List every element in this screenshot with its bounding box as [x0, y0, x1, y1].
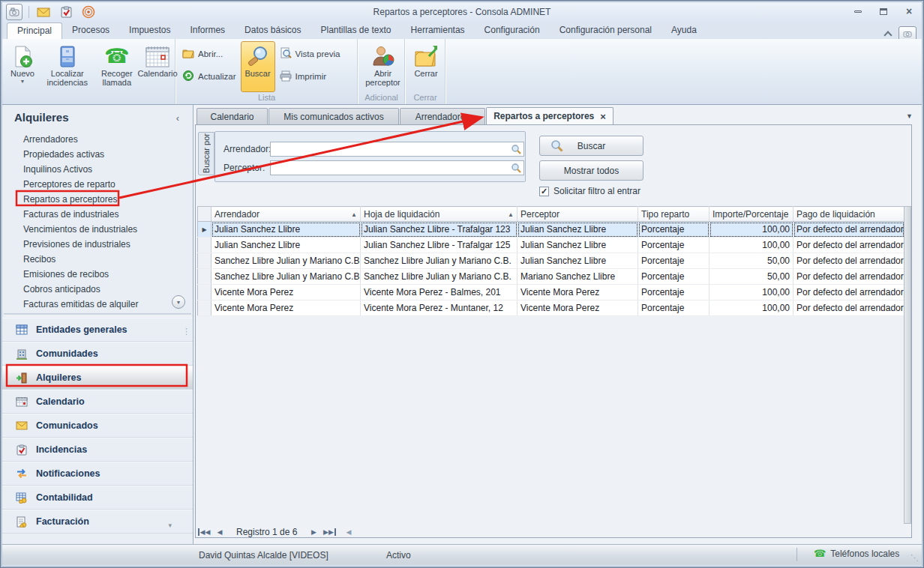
- ribbon-tab-herramientas[interactable]: Herramientas: [401, 22, 475, 39]
- search-icon[interactable]: [511, 144, 522, 158]
- grid-cell[interactable]: Julian Sanchez Llibre: [518, 253, 638, 269]
- ribbon-tab-principal[interactable]: Principal: [7, 22, 62, 39]
- sidebar-item-emisiones-de-recibos[interactable]: Emisiones de recibos: [2, 267, 193, 282]
- ribbon-tab-informes[interactable]: Informes: [180, 22, 235, 39]
- buscar-button[interactable]: Buscar: [241, 41, 275, 92]
- row-indicator[interactable]: ▶: [198, 222, 212, 238]
- row-indicator[interactable]: [198, 238, 212, 253]
- show-all-button[interactable]: Mostrar todos: [539, 160, 644, 181]
- checkbox-checked-icon[interactable]: ✓: [539, 187, 549, 196]
- abrir-perceptor-button[interactable]: Abrir perceptor: [362, 41, 404, 92]
- grid-cell[interactable]: Porcentaje: [638, 285, 710, 300]
- grid-cell[interactable]: Julian Sanchez Llibre: [212, 222, 361, 238]
- minimize-icon[interactable]: [851, 6, 865, 16]
- grid-cell[interactable]: Por defecto del arrendador: [794, 285, 904, 300]
- collapse-sidebar-icon[interactable]: ‹: [176, 112, 179, 124]
- grid-cell[interactable]: Mariano Sanchez Llibre: [518, 269, 638, 285]
- document-tab-repartos-a-perceptores[interactable]: Repartos a perceptores×: [486, 107, 614, 124]
- sidebar-item-facturas-emitidas-de-alquiler[interactable]: Facturas emitidas de alquiler: [2, 297, 193, 312]
- grid-cell[interactable]: Porcentaje: [638, 253, 710, 269]
- document-tab-mis-comunicados-activos[interactable]: Mis comunicados activos: [268, 108, 399, 124]
- grid-cell[interactable]: Porcentaje: [638, 269, 710, 285]
- grid-cell[interactable]: Por defecto del arrendador: [794, 253, 904, 269]
- ribbon-tab-procesos[interactable]: Procesos: [62, 22, 119, 39]
- tab-close-icon[interactable]: ×: [600, 111, 606, 122]
- grid-cell[interactable]: 50,00: [710, 253, 794, 269]
- abrir-button[interactable]: Abrir...: [182, 46, 236, 61]
- sidebar-item-cobros-anticipados[interactable]: Cobros anticipados: [2, 282, 193, 297]
- recoger-llamada-button[interactable]: ☎ Recoger llamada: [95, 41, 139, 92]
- grid-cell[interactable]: Vicente Mora Perez: [212, 300, 361, 316]
- row-indicator[interactable]: [198, 269, 212, 285]
- perceptor-input[interactable]: [270, 160, 524, 175]
- scroll-left-icon[interactable]: ◀: [346, 528, 351, 536]
- grid-cell[interactable]: Julian Sanchez Llibre: [518, 238, 638, 253]
- document-tab-calendario[interactable]: Calendario: [196, 108, 268, 124]
- sidebar-item-repartos-a-perceptores[interactable]: Repartos a perceptores: [2, 192, 193, 207]
- grid-cell[interactable]: 100,00: [710, 238, 794, 253]
- grid-cell[interactable]: Por defecto del arrendador: [794, 300, 904, 316]
- grid-cell[interactable]: Vicente Mora Perez - Balmes, 201: [361, 285, 518, 300]
- sidebar-splitter[interactable]: [4, 313, 191, 316]
- ribbon-tab-configuracion[interactable]: Configuración: [475, 22, 550, 39]
- grid-cell[interactable]: Vicente Mora Perez: [212, 285, 361, 300]
- sidebar-section-incidencias[interactable]: Incidencias: [2, 438, 193, 462]
- column-header-pago-de-liquidacion[interactable]: Pago de liquidación: [794, 207, 904, 222]
- sidebar-item-inquilinos-activos[interactable]: Inquilinos Activos: [2, 162, 193, 177]
- grid-cell[interactable]: Sanchez Llibre Julian y Mariano C.B.: [361, 253, 518, 269]
- table-row[interactable]: ▶Julian Sanchez LlibreJulian Sanchez Lli…: [198, 222, 904, 238]
- last-record-icon[interactable]: ▶▶: [322, 525, 336, 538]
- ribbon-tab-impuestos[interactable]: Impuestos: [119, 22, 180, 39]
- sidebar-section-comunidades[interactable]: Comunidades: [2, 342, 193, 366]
- imprimir-button[interactable]: Imprimir: [280, 69, 340, 84]
- ribbon-tab-configuracion-personal[interactable]: Configuración personal: [550, 22, 662, 39]
- document-tab-arrendadores[interactable]: Arrendadores: [400, 108, 485, 124]
- sidebar-item-arrendadores[interactable]: Arrendadores: [2, 132, 193, 147]
- calendario-button[interactable]: Calendario: [140, 41, 175, 92]
- sidebar-item-recibos[interactable]: Recibos: [2, 252, 193, 267]
- table-row[interactable]: Julian Sanchez LlibreJulian Sanchez Llib…: [198, 238, 904, 253]
- sidebar-section-facturacion[interactable]: Facturación: [2, 510, 193, 534]
- column-header-tipo-reparto[interactable]: Tipo reparto: [638, 207, 710, 222]
- sidebar-section-entidades-generales[interactable]: Entidades generales: [2, 318, 193, 342]
- column-header-hoja-de-liquidacion[interactable]: Hoja de liquidación▲: [361, 207, 518, 222]
- column-header-arrendador[interactable]: Arrendador▲: [212, 207, 361, 222]
- grid-cell[interactable]: Vicente Mora Perez: [518, 285, 638, 300]
- nuevo-button[interactable]: Nuevo ▼: [5, 41, 40, 92]
- ribbon-tab-ayuda[interactable]: Ayuda: [662, 22, 706, 39]
- table-row[interactable]: Sanchez Llibre Julian y Mariano C.B.Sanc…: [198, 253, 904, 269]
- close-icon[interactable]: ×: [902, 6, 916, 16]
- row-indicator[interactable]: [198, 300, 212, 316]
- sidebar-item-propiedades-activas[interactable]: Propiedades activas: [2, 147, 193, 162]
- grid-cell[interactable]: Sanchez Llibre Julian y Mariano C.B.: [212, 269, 361, 285]
- previous-record-icon[interactable]: ◀: [213, 525, 226, 538]
- sidebar-section-notificaciones[interactable]: Notificaciones: [2, 462, 193, 486]
- search-button[interactable]: Buscar: [539, 136, 644, 156]
- grid-cell[interactable]: Porcentaje: [638, 222, 710, 238]
- vista-previa-button[interactable]: Vista previa: [280, 46, 340, 61]
- localizar-incidencias-button[interactable]: Localizar incidencias: [41, 41, 94, 92]
- chevron-down-icon[interactable]: ▾: [168, 522, 172, 529]
- sidebar-section-comunicados[interactable]: Comunicados: [2, 414, 193, 438]
- grid-cell[interactable]: Por defecto del arrendador: [794, 238, 904, 253]
- grid-cell[interactable]: 100,00: [710, 222, 794, 238]
- sidebar-item-perceptores-de-reparto[interactable]: Perceptores de reparto: [2, 177, 193, 192]
- grid-cell[interactable]: Porcentaje: [638, 300, 710, 316]
- local-phones-button[interactable]: ☎ Teléfonos locales: [814, 548, 899, 559]
- resize-grip-icon[interactable]: ⋱: [910, 553, 919, 563]
- sidebar-section-contabilidad[interactable]: Contabilidad: [2, 486, 193, 510]
- column-header-importe-porcentaje[interactable]: Importe/Porcentaje: [710, 207, 794, 222]
- grid-cell[interactable]: Por defecto del arrendador: [794, 269, 904, 285]
- collapse-ribbon-icon[interactable]: [884, 31, 892, 39]
- grid-cell[interactable]: Julian Sanchez Llibre: [518, 222, 638, 238]
- actualizar-button[interactable]: Actualizar: [182, 69, 236, 84]
- grid-cell[interactable]: Porcentaje: [638, 238, 710, 253]
- restore-icon[interactable]: [877, 6, 890, 16]
- ribbon-tab-datos-basicos[interactable]: Datos básicos: [235, 22, 310, 39]
- grip-dots-icon[interactable]: ⋮: [182, 327, 191, 336]
- search-icon[interactable]: [511, 163, 522, 177]
- grid-cell[interactable]: Por defecto del arrendador: [794, 222, 904, 238]
- row-indicator[interactable]: [198, 253, 212, 269]
- grid-cell[interactable]: Sanchez Llibre Julian y Mariano C.B.: [212, 253, 361, 269]
- column-header-perceptor[interactable]: Perceptor: [518, 207, 638, 222]
